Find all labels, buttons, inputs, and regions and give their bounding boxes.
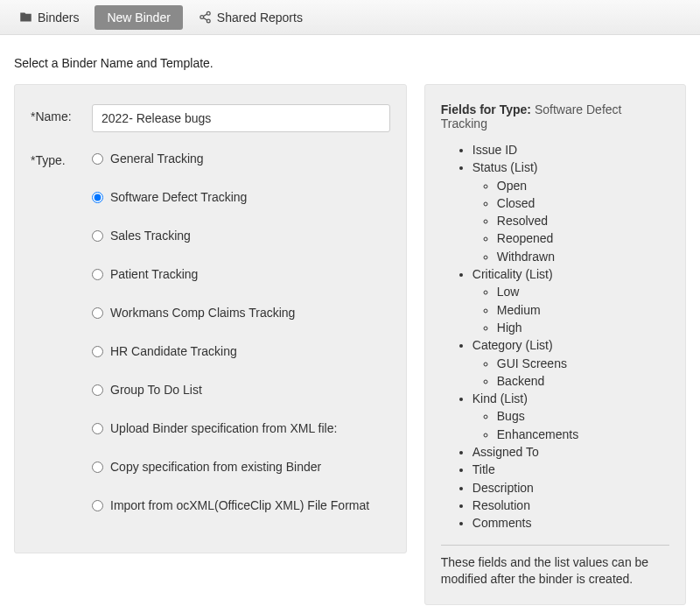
field-subitem: Resolved: [497, 212, 669, 229]
type-option-label: Copy specification from existing Binder: [110, 460, 321, 474]
type-option[interactable]: Software Defect Tracking: [92, 190, 390, 204]
fields-header: Fields for Type: Software Defect Trackin…: [441, 102, 669, 130]
form-panel: *Name: *Type. General TrackingSoftware D…: [14, 84, 407, 553]
field-subitem: Open: [497, 177, 669, 194]
type-option[interactable]: General Tracking: [92, 152, 390, 166]
name-row: *Name:: [31, 104, 390, 132]
type-option-label: Upload Binder specification from XML fil…: [110, 421, 337, 435]
type-option[interactable]: Upload Binder specification from XML fil…: [92, 421, 390, 435]
type-option-label: Patient Tracking: [110, 267, 198, 281]
content-area: *Name: *Type. General TrackingSoftware D…: [0, 77, 700, 606]
type-radio[interactable]: [92, 346, 103, 357]
name-input[interactable]: [92, 104, 390, 132]
fields-list: Issue IDStatus (List)OpenClosedResolvedR…: [441, 141, 669, 532]
field-item: Title: [472, 461, 669, 478]
tab-label: Binders: [38, 11, 79, 25]
field-subitem: Bugs: [497, 407, 669, 425]
svg-line-3: [203, 14, 206, 17]
type-option-label: General Tracking: [110, 152, 204, 166]
field-sublist: OpenClosedResolvedReopenedWithdrawn: [472, 177, 669, 265]
type-radio[interactable]: [92, 230, 103, 242]
svg-point-1: [200, 16, 204, 19]
field-subitem: Closed: [497, 194, 669, 212]
field-subitem: Withdrawn: [497, 248, 669, 265]
type-option[interactable]: Import from ocXML(OfficeClip XML) File F…: [92, 498, 390, 512]
field-subitem: GUI Screens: [497, 355, 669, 372]
type-option-label: Workmans Comp Claims Tracking: [110, 306, 295, 320]
divider: [441, 545, 669, 546]
type-option[interactable]: Patient Tracking: [92, 267, 390, 281]
svg-point-2: [206, 19, 210, 23]
type-radio-list: General TrackingSoftware Defect Tracking…: [92, 148, 390, 512]
field-item: Issue ID: [472, 141, 669, 159]
field-sublist: BugsEnhancements: [472, 407, 669, 443]
tab-label: New Binder: [107, 11, 170, 25]
svg-line-4: [203, 18, 206, 20]
type-option[interactable]: Sales Tracking: [92, 229, 390, 243]
type-option[interactable]: Workmans Comp Claims Tracking: [92, 306, 390, 320]
type-option-label: HR Candidate Tracking: [110, 344, 237, 358]
type-option[interactable]: Copy specification from existing Binder: [92, 460, 390, 474]
field-subitem: Medium: [497, 301, 669, 319]
fields-note: These fields and the list values can be …: [441, 554, 669, 588]
field-subitem: Reopened: [497, 229, 669, 247]
field-subitem: Enhancements: [497, 426, 669, 443]
type-option-label: Software Defect Tracking: [110, 190, 247, 204]
type-radio[interactable]: [92, 384, 103, 396]
folder-icon: [19, 11, 32, 24]
type-option-label: Import from ocXML(OfficeClip XML) File F…: [110, 498, 369, 512]
tab-label: Shared Reports: [217, 11, 303, 25]
name-label: *Name:: [31, 104, 92, 123]
fields-header-label: Fields for Type:: [441, 102, 531, 116]
tab-binders[interactable]: Binders: [7, 5, 91, 30]
type-option[interactable]: HR Candidate Tracking: [92, 344, 390, 358]
tab-new-binder[interactable]: New Binder: [94, 5, 182, 30]
tab-bar: Binders New Binder Shared Reports: [0, 0, 700, 35]
page-title: Select a Binder Name and Template.: [0, 35, 700, 77]
field-subitem: High: [497, 319, 669, 336]
field-item: Status (List)OpenClosedResolvedReopenedW…: [472, 159, 669, 265]
type-radio[interactable]: [92, 307, 103, 319]
type-radio[interactable]: [92, 153, 103, 165]
type-radio[interactable]: [92, 500, 103, 511]
type-label: *Type.: [31, 148, 92, 167]
field-item: Description: [472, 479, 669, 497]
field-item: Category (List)GUI ScreensBackend: [472, 336, 669, 390]
type-option-label: Group To Do List: [110, 383, 202, 397]
field-sublist: LowMediumHigh: [472, 283, 669, 336]
field-subitem: Low: [497, 283, 669, 300]
field-item: Criticality (List)LowMediumHigh: [472, 265, 669, 336]
type-radio[interactable]: [92, 423, 103, 434]
field-item: Resolution: [472, 497, 669, 514]
field-subitem: Backend: [497, 372, 669, 390]
type-option[interactable]: Group To Do List: [92, 383, 390, 397]
field-sublist: GUI ScreensBackend: [472, 355, 669, 391]
type-radio[interactable]: [92, 192, 103, 203]
fields-panel: Fields for Type: Software Defect Trackin…: [424, 84, 686, 605]
type-row: *Type. General TrackingSoftware Defect T…: [31, 148, 390, 512]
share-icon: [199, 11, 212, 24]
svg-point-0: [206, 11, 210, 15]
type-radio[interactable]: [92, 462, 103, 473]
type-option-label: Sales Tracking: [110, 229, 191, 243]
type-radio[interactable]: [92, 269, 103, 280]
field-item: Assigned To: [472, 443, 669, 461]
tab-shared-reports[interactable]: Shared Reports: [186, 5, 315, 30]
field-item: Kind (List)BugsEnhancements: [472, 390, 669, 443]
field-item: Comments: [472, 514, 669, 532]
